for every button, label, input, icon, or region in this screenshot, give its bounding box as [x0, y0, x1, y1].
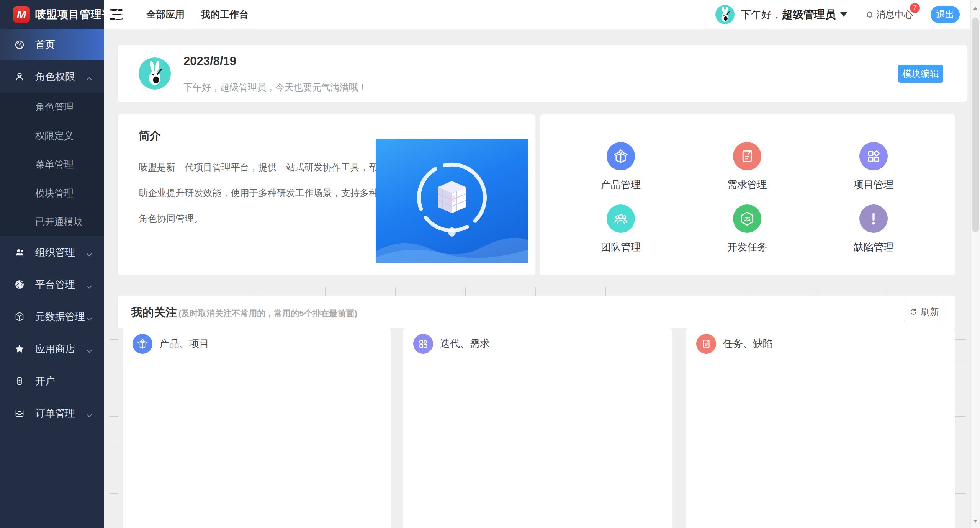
doc-edit-icon — [733, 142, 761, 170]
chevron-down-icon — [86, 345, 93, 352]
chevron-up-icon — [86, 73, 93, 80]
module-label: 需求管理 — [727, 178, 767, 191]
app-logo: M 唛盟项目管理平台 — [0, 0, 104, 29]
user-menu[interactable]: 下午好， 超级管理员 — [741, 7, 847, 22]
module-defect-management[interactable]: 缺陷管理 — [810, 195, 937, 257]
chevron-down-icon — [86, 281, 93, 288]
module-team-management[interactable]: 团队管理 — [558, 195, 684, 257]
sidebar-item-label: 开户 — [35, 374, 55, 388]
submenu-item-role-management[interactable]: 角色管理 — [0, 93, 104, 121]
tab-all-apps[interactable]: 全部应用 — [146, 8, 185, 21]
modules-card: 产品管理 需求管理 项目管理 团队管理 — [540, 114, 955, 275]
sidebar-item-label: 应用商店 — [35, 342, 75, 356]
intro-title: 简介 — [139, 128, 161, 144]
follow-card-label: 产品、项目 — [159, 337, 209, 350]
module-label: 缺陷管理 — [854, 240, 893, 254]
main-content: 2023/8/19 下午好，超级管理员，今天也要元气满满哦！ 模块编辑 简介 唛… — [104, 29, 970, 528]
username: 超级管理员 — [782, 7, 836, 22]
sidebar-item-label: 订单管理 — [35, 407, 75, 420]
user-avatar[interactable] — [715, 5, 735, 24]
chevron-down-icon — [86, 249, 93, 256]
scrollbar-up-arrow[interactable] — [973, 7, 978, 10]
sidebar-item-open-account[interactable]: 开户 — [0, 365, 104, 397]
database-icon — [14, 375, 25, 387]
refresh-icon — [909, 308, 918, 316]
sidebar-item-orders[interactable]: 订单管理 — [0, 397, 104, 429]
squares-icon — [859, 142, 888, 170]
sidebar-menu: 首页 角色权限 角色管理 权限定义 菜单管理 模块管理 已开通模块 组织管理 — [0, 29, 104, 429]
module-product-management[interactable]: 产品管理 — [558, 132, 684, 195]
sidebar-item-platform[interactable]: 平台管理 — [0, 268, 104, 301]
header-right-cluster: 下午好， 超级管理员 消息中心 7 退出 — [715, 5, 960, 24]
sidebar-item-app-store[interactable]: 应用商店 — [0, 333, 104, 365]
module-label: 项目管理 — [854, 178, 893, 191]
background-grid-ticks-left — [109, 314, 118, 528]
sidebar-item-metadata[interactable]: 元数据管理 — [0, 301, 104, 333]
star-icon — [14, 343, 25, 355]
follow-card-tasks-defects: 任务、缺陷 — [686, 328, 955, 528]
intro-card: 简介 唛盟是新一代项目管理平台，提供一站式研发协作工具，帮助企业提升研发效能，使… — [118, 114, 535, 275]
sidebar: M 唛盟项目管理平台 首页 角色权限 角色管理 权限定义 菜单管理 模块管理 已… — [0, 0, 104, 528]
sidebar-item-organization[interactable]: 组织管理 — [0, 236, 104, 268]
rabbit-avatar-illustration — [139, 58, 170, 89]
welcome-date: 2023/8/19 — [183, 54, 236, 68]
submenu-item-opened-modules[interactable]: 已开通模块 — [0, 208, 104, 236]
vertical-scrollbar[interactable] — [970, 0, 980, 528]
globe-icon — [14, 279, 25, 290]
sidebar-item-label: 组织管理 — [35, 246, 75, 259]
sidebar-item-label: 首页 — [35, 38, 55, 51]
message-center[interactable]: 消息中心 7 — [865, 8, 913, 21]
module-edit-button[interactable]: 模块编辑 — [898, 65, 943, 83]
submenu-item-permission-definition[interactable]: 权限定义 — [0, 121, 104, 150]
follow-card-header: 任务、缺陷 — [686, 328, 955, 360]
modules-grid: 产品管理 需求管理 项目管理 团队管理 — [558, 132, 937, 257]
team-icon — [607, 204, 635, 233]
module-project-management[interactable]: 项目管理 — [810, 132, 937, 195]
box-3d-icon — [133, 334, 152, 354]
scrollbar-down-arrow[interactable] — [973, 520, 978, 523]
intro-text: 唛盟是新一代项目管理平台，提供一站式研发协作工具，帮助企业提升研发效能，使用于多… — [139, 154, 378, 231]
submenu-item-menu-management[interactable]: 菜单管理 — [0, 150, 104, 179]
chevron-down-icon — [86, 313, 93, 320]
follow-title: 我的关注 — [131, 305, 177, 320]
module-label: 团队管理 — [601, 240, 641, 254]
doc-edit-icon — [696, 334, 716, 354]
welcome-avatar — [139, 57, 171, 90]
welcome-greeting: 下午好，超级管理员，今天也要元气满满哦！ — [183, 81, 367, 93]
submenu-label: 模块管理 — [35, 187, 74, 199]
background-grid-ticks-right — [955, 314, 966, 528]
refresh-label: 刷新 — [921, 306, 939, 318]
cube-icon — [14, 311, 25, 322]
top-bar: 全部应用 我的工作台 下午好， 超级管理员 消息中心 7 退出 — [104, 0, 970, 29]
submenu-item-module-management[interactable]: 模块管理 — [0, 179, 104, 208]
submenu-label: 菜单管理 — [35, 158, 74, 171]
follow-card-iterations-requirements: 迭代、需求 — [403, 328, 672, 528]
submenu-label: 已开通模块 — [35, 216, 83, 228]
org-icon — [14, 247, 25, 258]
sidebar-item-home[interactable]: 首页 — [0, 29, 104, 60]
sidebar-item-label: 元数据管理 — [35, 310, 85, 324]
bell-icon — [865, 10, 875, 20]
cycle-ring-illustration — [408, 153, 496, 241]
module-dev-tasks[interactable]: JS 开发任务 — [684, 195, 810, 257]
squares-icon — [413, 334, 433, 354]
message-center-label: 消息中心 — [876, 8, 913, 21]
follow-card-label: 任务、缺陷 — [723, 337, 773, 350]
caret-down-icon — [840, 12, 847, 17]
app-title: 唛盟项目管理平台 — [35, 7, 124, 22]
scrollbar-thumb[interactable] — [972, 18, 979, 232]
order-icon — [14, 407, 25, 419]
follow-card-label: 迭代、需求 — [440, 337, 490, 350]
hexagon-js-icon: JS — [733, 204, 761, 233]
submenu-label: 角色管理 — [35, 101, 74, 113]
chevron-down-icon — [86, 410, 93, 417]
message-count-badge: 7 — [909, 2, 921, 14]
sidebar-item-role-permission[interactable]: 角色权限 — [0, 60, 104, 93]
refresh-button[interactable]: 刷新 — [904, 302, 944, 322]
box-3d-icon — [607, 142, 635, 170]
module-requirement-management[interactable]: 需求管理 — [684, 132, 810, 195]
wave-decoration — [376, 229, 528, 263]
tab-my-workbench[interactable]: 我的工作台 — [201, 8, 249, 21]
role-icon — [14, 71, 25, 82]
logout-button[interactable]: 退出 — [931, 6, 960, 23]
